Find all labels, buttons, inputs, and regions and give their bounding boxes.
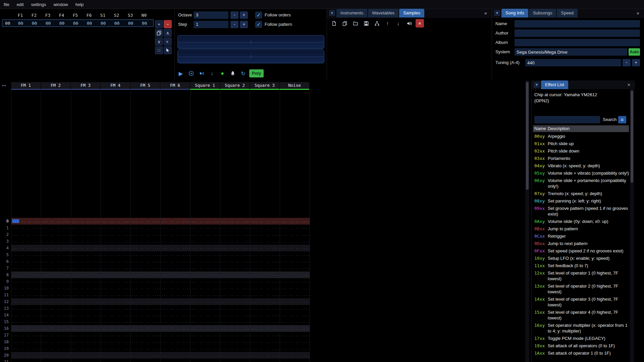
pattern-cell[interactable]: ... .. .. .... [11,265,41,272]
pattern-cell[interactable]: ... .. .. .... [101,278,130,285]
pattern-cell[interactable]: ... .. .. .... [41,258,71,265]
panel-menu-button[interactable]: ▼ [494,10,500,16]
pattern-cell[interactable]: ... .. .. .... [71,298,101,305]
pattern-cell[interactable]: ... .. .. .... [280,285,310,292]
pattern-cell[interactable]: ... .. .. .... [280,225,310,231]
octave-decrement-button[interactable]: - [230,11,238,19]
pattern-cell[interactable]: ... .. .. .... [250,359,280,362]
channel-header-square-3[interactable]: Square 3 [250,82,279,90]
pattern-cell[interactable]: ... .. .. .... [101,258,130,265]
pattern-cell[interactable]: ... .. .. .... [11,238,41,245]
pattern-cell[interactable]: ... .. .. .... [71,245,101,251]
open-asset-button[interactable] [351,19,360,27]
pattern-cell[interactable]: ... .. .. .... [220,298,250,305]
channel-header-noise[interactable]: Noise [280,82,309,90]
pattern-cell[interactable]: ... .. .. .... [41,312,71,318]
pattern-cell[interactable]: ... .. .. .... [190,278,220,285]
pattern-cell[interactable]: ... .. .. .... [160,298,190,305]
pattern-cell[interactable]: ... .. .. .... [190,339,220,345]
pattern-cell[interactable]: ... .. .. .... [190,332,220,339]
pattern-cell[interactable]: ... .. .. .... [71,345,101,352]
pattern-cell[interactable]: ... .. .. .... [101,305,130,312]
pattern-cell[interactable]: ... .. .. .... [250,285,280,292]
menu-item-file[interactable]: file [0,0,13,9]
pattern-cell[interactable]: ... .. .. .... [101,359,130,362]
pattern-cell[interactable]: ... .. .. .... [71,318,101,325]
pattern-cell[interactable]: ... .. .. .... [280,251,310,258]
pattern-cell[interactable]: ... .. .. .... [280,218,310,225]
pattern-cell[interactable]: ... .. .. .... [190,352,220,359]
pattern-row[interactable]: 17... .. .. ....... .. .. ....... .. .. … [0,332,310,339]
pattern-cell[interactable]: ... .. .. .... [41,345,71,352]
channel-header-fm-1[interactable]: FM 1 [11,82,41,90]
new-asset-button[interactable] [330,19,338,27]
step-decrement-button[interactable]: - [230,21,238,28]
panel-menu-button[interactable]: ▼ [329,10,335,16]
pattern-row[interactable]: 13... .. .. ....... .. .. ....... .. .. … [0,305,310,312]
pattern-cell[interactable]: ... .. .. .... [11,258,41,265]
pattern-cell[interactable]: ... .. .. .... [41,325,71,332]
pattern-cell[interactable]: ... .. .. .... [250,265,280,272]
pattern-cell[interactable]: ... .. .. .... [250,292,280,298]
pattern-cell[interactable]: ... .. .. .... [11,325,41,332]
pattern-cell[interactable]: ... .. .. .... [250,238,280,245]
pattern-row[interactable]: 8... .. .. ....... .. .. ....... .. .. .… [0,272,310,278]
effect-search-input[interactable] [534,116,600,123]
remove-order-button[interactable]: − [164,20,172,28]
move-order-up-button[interactable]: ∧ [164,29,172,37]
pattern-cell[interactable]: ... .. .. .... [11,339,41,345]
pattern-cell[interactable]: ... .. .. .... [71,272,101,278]
pattern-cell[interactable]: ... .. .. .... [190,312,220,318]
move-asset-down-button[interactable]: ↓ [394,19,402,27]
pattern-cell[interactable]: ... .. .. .... [160,218,190,225]
pattern-row[interactable]: 15... .. .. ....... .. .. ....... .. .. … [0,318,310,325]
order-cell[interactable]: 00 [14,21,28,26]
pattern-cell[interactable]: ... .. .. .... [41,339,71,345]
pattern-cell[interactable]: ... .. .. .... [11,245,41,251]
pattern-cell[interactable]: ... .. .. .... [11,352,41,359]
close-effect-list-button[interactable]: × [626,82,632,88]
pattern-cell[interactable]: ... .. .. .... [11,298,41,305]
pattern-cell[interactable]: ... .. .. .... [220,265,250,272]
duplicate-order-button[interactable] [155,29,163,37]
system-input[interactable] [515,48,627,56]
step-increment-button[interactable]: + [240,21,248,28]
play-button[interactable]: ▶ [176,69,185,78]
pattern-cell[interactable]: ... .. .. .... [11,225,41,231]
pattern-cell[interactable]: ... .. .. .... [250,258,280,265]
menu-item-settings[interactable]: settings [28,0,50,9]
pattern-cell[interactable]: ... .. .. .... [220,258,250,265]
pattern-cell[interactable]: ... .. .. .... [250,345,280,352]
pattern-cell[interactable]: ... .. .. .... [160,359,190,362]
pattern-cell[interactable]: ... .. .. .... [250,298,280,305]
pattern-cell[interactable]: ... .. .. .... [190,238,220,245]
pattern-cell[interactable]: ... .. .. .... [280,359,310,362]
pattern-cell[interactable]: ... .. .. .... [190,305,220,312]
scrollbar-handle[interactable] [526,82,529,190]
pattern-cell[interactable]: ... .. .. .... [160,332,190,339]
pattern-cell[interactable]: ... .. .. .... [11,332,41,339]
pattern-cell[interactable]: ... .. .. .... [130,272,160,278]
pattern-cell[interactable]: ... .. .. .... [190,359,220,362]
menu-item-edit[interactable]: edit [13,0,28,9]
pattern-cell[interactable]: ... .. .. .... [220,345,250,352]
channel-header-square-2[interactable]: Square 2 [220,82,250,90]
pattern-cell[interactable]: ... .. .. .... [101,292,130,298]
pattern-cell[interactable]: ... .. .. .... [220,305,250,312]
tab-samples[interactable]: Samples [399,9,424,17]
panel-menu-button[interactable]: ▼ [534,82,540,88]
preview-asset-button[interactable] [405,19,413,27]
pattern-cell[interactable]: ... .. .. .... [160,345,190,352]
order-cell[interactable]: 00 [69,21,83,26]
pattern-cell[interactable]: ... .. .. .... [190,272,220,278]
pattern-cell[interactable]: ... .. .. .... [130,352,160,359]
channel-expand-toggle[interactable]: ++ [2,83,6,88]
tab-speed[interactable]: Speed [557,9,578,17]
song-name-input[interactable] [515,20,640,27]
close-song-panel-button[interactable]: × [635,10,641,16]
channel-header-square-1[interactable]: Square 1 [190,82,220,90]
pattern-cell[interactable]: ... .. .. .... [101,352,130,359]
play-once-button[interactable] [197,69,206,78]
pattern-cell[interactable]: ... .. .. .... [41,265,71,272]
pattern-cell[interactable]: ... .. .. .... [11,218,41,225]
